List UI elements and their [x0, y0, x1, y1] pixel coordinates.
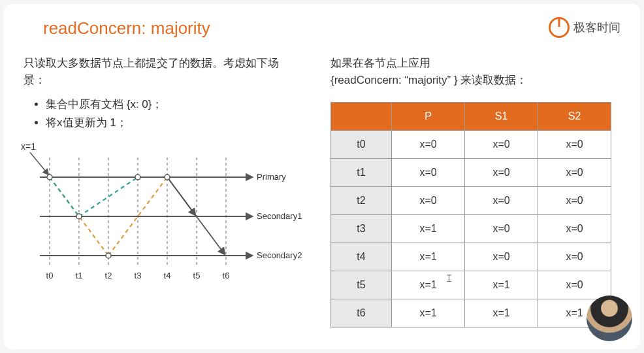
svg-point-16	[135, 175, 140, 180]
left-column: 只读取大多数据节点上都提交了的数据。考虑如下场景： 集合中原有文档 {x: 0}…	[24, 55, 298, 132]
svg-point-15	[106, 253, 111, 258]
table-header-blank	[331, 103, 392, 131]
tick-label: t1	[76, 271, 83, 280]
time-cell: t2	[331, 187, 392, 215]
table-row: t5 x=1 x=1 x=0	[331, 271, 611, 299]
brand-logo: 极客时间	[549, 17, 620, 38]
tick-label: t5	[193, 271, 201, 280]
table-header-P: P	[392, 103, 465, 131]
tick-label: t2	[105, 271, 112, 280]
data-cell: x=0	[538, 215, 611, 243]
data-cell: x=0	[465, 187, 538, 215]
read-results-table: P S1 S2 t0 x=0 x=0 x=0 t1 x=0 x=0 x=0 t2…	[330, 102, 611, 328]
svg-line-10	[30, 152, 48, 175]
data-cell: x=1	[392, 243, 465, 271]
tick-label: t6	[223, 271, 230, 280]
lane-label-secondary1: Secondary1	[257, 211, 302, 221]
right-column: 如果在各节点上应用 {readConcern: “majority” } 来读取…	[330, 55, 618, 88]
data-cell: x=0	[538, 131, 611, 159]
tick-label: t3	[135, 271, 142, 280]
brand-logo-text: 极客时间	[573, 20, 620, 35]
data-cell: x=0	[392, 159, 465, 187]
x-annotation: x=1	[21, 141, 36, 152]
table-row: t2 x=0 x=0 x=0	[331, 187, 611, 215]
time-cell: t3	[331, 215, 392, 243]
data-cell: x=1	[465, 271, 538, 299]
lane-label-secondary2: Secondary2	[257, 250, 302, 260]
text-cursor-icon: 𝙸	[445, 273, 453, 284]
data-cell: x=0	[392, 187, 465, 215]
time-cell: t5	[331, 271, 392, 299]
time-cell: t6	[331, 299, 392, 328]
brand-logo-icon	[549, 17, 570, 38]
replication-diagram: Primary Secondary1 Secondary2 x=1	[17, 138, 304, 288]
presenter-avatar	[587, 295, 632, 341]
data-cell: x=0	[538, 271, 611, 299]
data-cell: x=0	[465, 243, 538, 271]
table-row: t0 x=0 x=0 x=0	[331, 131, 611, 159]
data-cell: x=0	[538, 159, 611, 187]
data-cell: x=1	[465, 299, 538, 328]
tick-label: t4	[164, 271, 171, 280]
table-row: t6 x=1 x=1 x=1	[331, 299, 611, 328]
table-row: t4 x=1 x=0 x=0	[331, 243, 611, 271]
svg-line-12	[167, 177, 225, 254]
bullet-list: 集合中原有文档 {x: 0}； 将x值更新为 1；	[24, 96, 298, 131]
data-cell: x=0	[392, 131, 465, 159]
table-header-S2: S2	[538, 103, 611, 131]
svg-point-17	[165, 175, 170, 180]
data-cell: x=0	[465, 215, 538, 243]
data-cell: x=1	[392, 215, 465, 243]
time-cell: t4	[331, 243, 392, 271]
data-cell: x=0	[538, 187, 611, 215]
time-cell: t0	[331, 131, 392, 159]
bullet-item: 将x值更新为 1；	[46, 114, 298, 131]
lane-label-primary: Primary	[257, 172, 286, 182]
data-cell: x=0	[465, 131, 538, 159]
bullet-item: 集合中原有文档 {x: 0}；	[46, 96, 298, 113]
left-intro: 只读取大多数据节点上都提交了的数据。考虑如下场景：	[24, 55, 298, 88]
right-line-2: {readConcern: “majority” } 来读取数据：	[330, 72, 618, 89]
slide: readConcern: majority 极客时间 只读取大多数据节点上都提交…	[4, 4, 640, 349]
table-row: t3 x=1 x=0 x=0	[331, 215, 611, 243]
right-line-1: 如果在各节点上应用	[330, 55, 618, 72]
data-cell: x=1	[392, 299, 465, 328]
table-header-S1: S1	[465, 103, 538, 131]
tick-label: t0	[46, 271, 54, 280]
slide-title: readConcern: majority	[43, 18, 210, 39]
data-cell: x=0	[538, 243, 611, 271]
data-cell: x=0	[465, 159, 538, 187]
time-cell: t1	[331, 159, 392, 187]
svg-point-13	[47, 175, 52, 180]
data-cell: x=1	[392, 271, 465, 299]
table-row: t1 x=0 x=0 x=0	[331, 159, 611, 187]
svg-point-14	[76, 214, 82, 219]
